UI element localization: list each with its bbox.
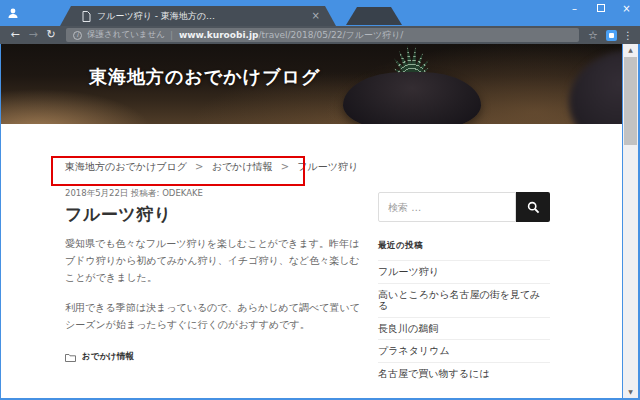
maximize-icon	[597, 4, 605, 12]
post-meta: 2018年5月22日 投稿者: ODEKAKE	[65, 188, 365, 200]
site-header: 東海地方のおでかけブログ	[1, 44, 622, 124]
author-link[interactable]: ODEKAKE	[162, 188, 203, 198]
scrollbar[interactable]: ▲ ▼	[623, 44, 638, 398]
article: 2018年5月22日 投稿者: ODEKAKE フルーツ狩り 愛知県でも色々なフ…	[65, 188, 365, 398]
site-title[interactable]: 東海地方のおでかけブログ	[89, 65, 320, 89]
tab-close-icon[interactable]: ×	[312, 11, 320, 21]
post-paragraph: 愛知県でも色々なフルーツ狩りを楽しむことができます。昨年はブドウ狩りから初めてみ…	[65, 235, 365, 286]
extension-icon[interactable]	[606, 30, 617, 41]
url-separator: |	[170, 30, 173, 40]
sidebar: 最近の投稿 フルーツ狩り 高いところから名古屋の街を見てみる 長良川の鵜飼 プラ…	[378, 188, 550, 398]
security-label: 保護されていません	[87, 29, 165, 41]
tab-title: フルーツ狩り - 東海地方の…	[97, 10, 306, 23]
search-icon	[527, 201, 540, 214]
breadcrumb-separator: >	[281, 161, 289, 172]
breadcrumb-separator: >	[195, 161, 203, 172]
new-tab-button[interactable]	[346, 7, 402, 25]
page-favicon-icon	[82, 11, 91, 22]
breadcrumb: 東海地方のおでかけブログ > おでかけ情報 > フルーツ狩り	[1, 124, 622, 186]
forward-button[interactable]: →	[24, 28, 42, 42]
browser-menu-icon[interactable]: ⋮	[622, 30, 634, 41]
page-content: 東海地方のおでかけブログ 東海地方のおでかけブログ > おでかけ情報 > フルー…	[1, 44, 622, 398]
search-input[interactable]	[378, 192, 516, 222]
scroll-down-icon[interactable]: ▼	[623, 386, 638, 398]
url-path: /travel/2018/05/22/フルーツ狩り/	[258, 29, 403, 42]
person-icon	[7, 7, 19, 19]
breadcrumb-home-link[interactable]: 東海地方のおでかけブログ	[65, 161, 187, 172]
browser-tab[interactable]: フルーツ狩り - 東海地方の… ×	[60, 6, 336, 26]
tab-strip: フルーツ狩り - 東海地方の… × – ×	[0, 0, 640, 26]
browser-window: フルーツ狩り - 東海地方の… × – × ← → ↻ i 保護されていません …	[0, 0, 640, 400]
scroll-up-icon[interactable]: ▲	[623, 44, 638, 56]
category-link[interactable]: おでかけ情報	[82, 351, 134, 363]
info-icon[interactable]: i	[73, 31, 82, 40]
post-title: フルーツ狩り	[65, 203, 365, 226]
recent-post-link[interactable]: 名古屋で買い物するには	[378, 362, 550, 385]
profile-icon[interactable]	[5, 5, 21, 21]
category-row: おでかけ情報	[65, 351, 365, 363]
search-form	[378, 192, 550, 222]
back-button[interactable]: ←	[6, 28, 24, 42]
bookmark-star-icon[interactable]: ☆	[585, 29, 601, 42]
breadcrumb-category-link[interactable]: おでかけ情報	[212, 161, 273, 172]
maximize-button[interactable]	[595, 3, 606, 15]
close-window-button[interactable]: ×	[621, 3, 632, 15]
plant-pot-blurred-decor	[569, 50, 622, 124]
recent-posts-heading: 最近の投稿	[378, 240, 550, 252]
address-bar[interactable]: i 保護されていません | www.kuroobi.jp /travel/201…	[66, 28, 579, 42]
window-controls: – ×	[569, 3, 632, 15]
author-label: 投稿者:	[131, 188, 159, 198]
recent-post-link[interactable]: 長良川の鵜飼	[378, 317, 550, 340]
scrollbar-thumb[interactable]	[624, 57, 637, 145]
search-button[interactable]	[516, 192, 550, 222]
browser-toolbar: ← → ↻ i 保護されていません | www.kuroobi.jp /trav…	[0, 26, 640, 44]
url-domain: www.kuroobi.jp	[179, 30, 258, 40]
reload-button[interactable]: ↻	[42, 28, 60, 42]
recent-posts-list: フルーツ狩り 高いところから名古屋の街を見てみる 長良川の鵜飼 プラネタリウム …	[378, 260, 550, 384]
recent-post-link[interactable]: 高いところから名古屋の街を見てみる	[378, 283, 550, 317]
post-date-link[interactable]: 2018年5月22日	[65, 188, 128, 198]
plant-pot-decor	[343, 72, 481, 124]
recent-post-link[interactable]: フルーツ狩り	[378, 260, 550, 283]
content-columns: 2018年5月22日 投稿者: ODEKAKE フルーツ狩り 愛知県でも色々なフ…	[1, 188, 622, 398]
category-folder-icon	[65, 353, 76, 362]
minimize-button[interactable]: –	[569, 3, 580, 15]
breadcrumb-current-page: フルーツ狩り	[297, 161, 358, 172]
post-paragraph: 利用できる季節は決まっているので、あらかじめて調べて置いてシーズンが始まったらす…	[65, 299, 365, 333]
recent-post-link[interactable]: プラネタリウム	[378, 339, 550, 362]
